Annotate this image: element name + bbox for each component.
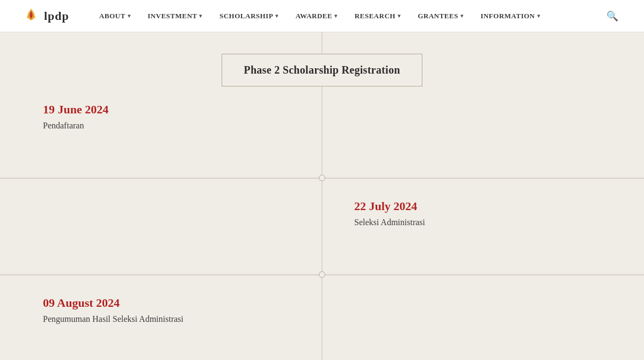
- information-chevron-icon: ▾: [537, 13, 540, 19]
- divider-1-left-line: [0, 178, 319, 178]
- nav-information[interactable]: INFORMATION ▾: [472, 0, 548, 32]
- timeline-entry-2: 22 July 2024 Seleksi Administrasi: [0, 183, 644, 269]
- nav-awardee[interactable]: AWARDEE ▾: [287, 0, 346, 32]
- nav-grantees[interactable]: GRANTEES ▾: [409, 0, 472, 32]
- grantees-chevron-icon: ▾: [460, 13, 464, 19]
- nav-research[interactable]: RESEARCH ▾: [346, 0, 409, 32]
- awardee-chevron-icon: ▾: [334, 13, 338, 19]
- entry-1-empty: [322, 87, 644, 172]
- main-nav: ABOUT ▾ INVESTMENT ▾ SCHOLARSHIP ▾ AWARD…: [91, 0, 602, 32]
- logo-text-label: lpdp: [44, 9, 69, 23]
- divider-1-circle: [319, 175, 325, 181]
- entry-2-content: 22 July 2024 Seleksi Administrasi: [322, 183, 644, 269]
- entry-1-label: Pendaftaran: [43, 121, 290, 131]
- entry-1-content: 19 June 2024 Pendaftaran: [0, 87, 322, 172]
- entry-2-empty: [0, 183, 322, 269]
- timeline-entry-1: 19 June 2024 Pendaftaran: [0, 87, 644, 172]
- scholarship-chevron-icon: ▾: [275, 13, 279, 19]
- phase-title-text: Phase 2 Scholarship Registration: [244, 64, 400, 76]
- entry-2-date: 22 July 2024: [354, 199, 601, 213]
- main-content: Phase 2 Scholarship Registration 19 June…: [0, 32, 644, 360]
- nav-investment[interactable]: INVESTMENT ▾: [139, 0, 211, 32]
- site-header: lpdp ABOUT ▾ INVESTMENT ▾ SCHOLARSHIP ▾ …: [0, 0, 644, 32]
- divider-1-right-line: [325, 178, 644, 178]
- nav-scholarship[interactable]: SCHOLARSHIP ▾: [211, 0, 287, 32]
- timeline-wrapper: Phase 2 Scholarship Registration 19 June…: [0, 32, 644, 360]
- entry-2-label: Seleksi Administrasi: [354, 218, 601, 227]
- timeline-entry-3: 09 August 2024 Pengumuman Hasil Seleksi …: [0, 280, 644, 360]
- timeline-entries: 19 June 2024 Pendaftaran 22 July 2024 Se…: [0, 87, 644, 360]
- phase-title-box: Phase 2 Scholarship Registration: [222, 54, 422, 87]
- divider-2-left-line: [0, 275, 319, 275]
- entry-3-empty: [322, 280, 644, 360]
- logo-icon: [21, 6, 41, 26]
- entry-3-date: 09 August 2024: [43, 296, 290, 310]
- entry-3-label: Pengumuman Hasil Seleksi Administrasi: [43, 314, 290, 324]
- entry-3-content: 09 August 2024 Pengumuman Hasil Seleksi …: [0, 280, 322, 360]
- timeline-divider-2: [0, 269, 644, 280]
- divider-2-circle: [319, 271, 325, 278]
- timeline-divider-1: [0, 172, 644, 183]
- phase-title-row: Phase 2 Scholarship Registration: [0, 32, 644, 87]
- divider-2-right-line: [325, 275, 644, 275]
- nav-about[interactable]: ABOUT ▾: [91, 0, 139, 32]
- research-chevron-icon: ▾: [398, 13, 401, 19]
- about-chevron-icon: ▾: [128, 13, 131, 19]
- search-icon[interactable]: 🔍: [602, 10, 623, 22]
- entry-1-date: 19 June 2024: [43, 103, 290, 117]
- investment-chevron-icon: ▾: [199, 13, 202, 19]
- logo[interactable]: lpdp: [21, 6, 69, 26]
